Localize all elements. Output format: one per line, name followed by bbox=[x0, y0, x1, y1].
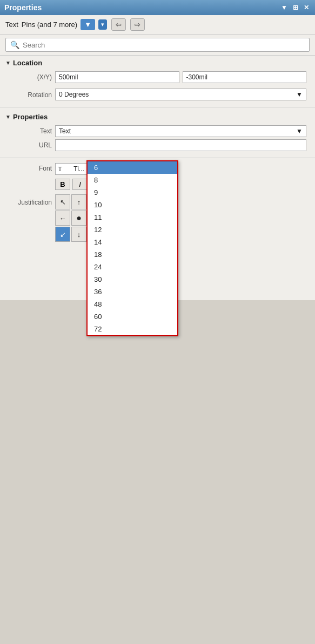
title-text: Properties bbox=[4, 3, 42, 12]
filter-type-label: Text bbox=[5, 21, 18, 29]
font-size-option-10[interactable]: 10 bbox=[88, 199, 177, 211]
filter-button[interactable]: ▼ bbox=[81, 19, 95, 30]
font-size-option-6[interactable]: 6 bbox=[88, 161, 177, 174]
font-size-option-72[interactable]: 72 bbox=[88, 323, 177, 335]
rotation-value: 0 Degrees bbox=[59, 91, 89, 98]
text-dropdown-icon: ▼ bbox=[296, 127, 303, 135]
font-size-option-30[interactable]: 30 bbox=[88, 273, 177, 286]
rotation-label: Rotation bbox=[9, 89, 52, 100]
font-size-option-48[interactable]: 48 bbox=[88, 298, 177, 310]
font-family-value: Ti... bbox=[73, 165, 84, 173]
close-icon[interactable]: ✕ bbox=[302, 4, 311, 11]
text-prop-label: Text bbox=[9, 125, 52, 137]
font-size-option-24[interactable]: 24 bbox=[88, 261, 177, 273]
font-size-option-11[interactable]: 11 bbox=[88, 211, 177, 223]
url-label: URL bbox=[9, 139, 52, 151]
filter-row: Text Pins (and 7 more) ▼ ▾ ⇦ ⇨ bbox=[0, 15, 315, 35]
filter-funnel-icon: ▼ bbox=[84, 21, 91, 29]
justification-label: Justification bbox=[9, 194, 52, 242]
location-section-header: ▼ Location bbox=[0, 56, 315, 69]
location-collapse-icon[interactable]: ▼ bbox=[5, 60, 11, 66]
search-row: 🔍 bbox=[0, 35, 315, 56]
just-cell-ml[interactable]: ← bbox=[55, 211, 70, 226]
just-cell-mc[interactable]: ● bbox=[71, 211, 86, 226]
font-section: Font 𝕋 Ti... ▼ 6 ▼ 6 8 9 10 11 12 bbox=[0, 160, 315, 192]
title-controls: ▼ ⊞ ✕ bbox=[279, 4, 311, 11]
dock-icon[interactable]: ⊞ bbox=[291, 4, 300, 11]
pin-icon[interactable]: ▼ bbox=[279, 4, 289, 11]
font-family-icon: 𝕋 bbox=[58, 166, 62, 173]
font-size-option-60[interactable]: 60 bbox=[88, 310, 177, 323]
url-input[interactable] bbox=[55, 139, 306, 151]
properties-section-header: ▼ Properties bbox=[0, 110, 315, 123]
rotation-row: Rotation 0 Degrees ▼ bbox=[0, 87, 315, 105]
just-cell-tc[interactable]: ↑ bbox=[71, 194, 86, 209]
font-size-dropdown[interactable]: 6 8 9 10 11 12 14 18 24 30 36 48 60 72 bbox=[86, 160, 178, 336]
font-size-option-8[interactable]: 8 bbox=[88, 174, 177, 186]
rotation-select[interactable]: 0 Degrees ▼ bbox=[55, 89, 306, 100]
just-cell-tl[interactable]: ↖ bbox=[55, 194, 70, 209]
bold-button[interactable]: B bbox=[55, 179, 70, 190]
filter-dropdown-btn[interactable]: ▾ bbox=[98, 19, 107, 30]
text-prop-input[interactable]: Text ▼ bbox=[55, 125, 306, 137]
x-input[interactable] bbox=[55, 71, 179, 83]
rotation-dropdown-icon: ▼ bbox=[296, 91, 303, 98]
italic-button[interactable]: I bbox=[72, 179, 88, 190]
search-input-wrap: 🔍 bbox=[5, 38, 310, 52]
props-grid: Text Text ▼ URL bbox=[0, 123, 315, 155]
location-grid: (X/Y) bbox=[0, 69, 315, 87]
font-size-option-12[interactable]: 12 bbox=[88, 223, 177, 236]
xy-label: (X/Y) bbox=[9, 71, 52, 83]
just-cell-bc[interactable]: ↓ bbox=[71, 227, 86, 242]
search-icon: 🔍 bbox=[10, 40, 19, 49]
title-bar: Properties ▼ ⊞ ✕ bbox=[0, 0, 315, 15]
properties-section-label: Properties bbox=[13, 113, 48, 121]
font-size-option-36[interactable]: 36 bbox=[88, 286, 177, 298]
properties-collapse-icon[interactable]: ▼ bbox=[5, 114, 11, 120]
location-section-label: Location bbox=[13, 59, 42, 67]
select-prev-btn[interactable]: ⇦ bbox=[111, 18, 126, 31]
font-size-option-9[interactable]: 9 bbox=[88, 186, 177, 199]
font-label: Font bbox=[9, 162, 52, 175]
select-next-btn[interactable]: ⇨ bbox=[130, 18, 145, 31]
filter-scope-label: Pins (and 7 more) bbox=[22, 21, 77, 29]
just-cell-bl[interactable]: ↙ bbox=[55, 227, 70, 242]
text-prop-value: Text bbox=[59, 127, 71, 135]
font-size-option-18[interactable]: 18 bbox=[88, 248, 177, 261]
y-input[interactable] bbox=[183, 71, 307, 83]
search-input[interactable] bbox=[23, 41, 305, 49]
font-size-option-14[interactable]: 14 bbox=[88, 236, 177, 248]
